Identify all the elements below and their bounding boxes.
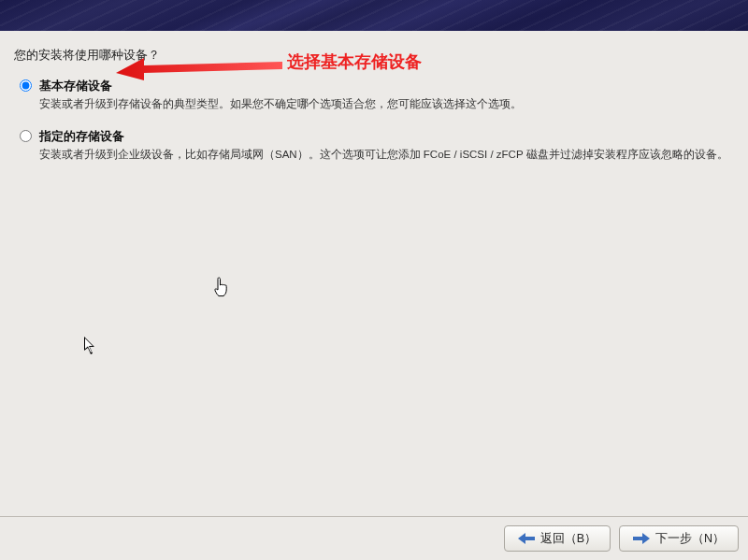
next-button-label: 下一步（N）: [655, 531, 725, 547]
content-area: 您的安装将使用哪种设备？ 基本存储设备 安装或者升级到存储设备的典型类型。如果您…: [0, 31, 748, 164]
option-basic-storage[interactable]: 基本存储设备 安装或者升级到存储设备的典型类型。如果您不确定哪个选项适合您，您可…: [14, 79, 734, 112]
option-title: 指定的存储设备: [39, 129, 734, 145]
radio-specified-storage[interactable]: [20, 130, 32, 142]
back-arrow-icon: [518, 533, 535, 544]
hand-cursor-icon: [213, 276, 232, 298]
top-banner: [0, 0, 748, 31]
radio-basic-storage[interactable]: [20, 79, 32, 92]
option-body: 指定的存储设备 安装或者升级到企业级设备，比如存储局域网（SAN）。这个选项可让…: [39, 129, 734, 163]
option-description: 安装或者升级到企业级设备，比如存储局域网（SAN）。这个选项可让您添加 FCoE…: [39, 147, 734, 163]
next-button[interactable]: 下一步（N）: [619, 525, 739, 552]
footer-bar: 返回（B） 下一步（N）: [0, 516, 748, 560]
option-body: 基本存储设备 安装或者升级到存储设备的典型类型。如果您不确定哪个选项适合您，您可…: [39, 79, 734, 112]
back-button-label: 返回（B）: [540, 531, 597, 547]
option-description: 安装或者升级到存储设备的典型类型。如果您不确定哪个选项适合您，您可能应该选择这个…: [39, 96, 734, 112]
next-arrow-icon: [633, 533, 650, 544]
installer-page: 您的安装将使用哪种设备？ 基本存储设备 安装或者升级到存储设备的典型类型。如果您…: [0, 0, 748, 560]
back-button[interactable]: 返回（B）: [504, 525, 611, 552]
option-title: 基本存储设备: [39, 79, 734, 94]
page-prompt: 您的安装将使用哪种设备？: [14, 48, 734, 64]
arrow-cursor-icon: [84, 337, 97, 355]
option-specified-storage[interactable]: 指定的存储设备 安装或者升级到企业级设备，比如存储局域网（SAN）。这个选项可让…: [14, 129, 734, 163]
